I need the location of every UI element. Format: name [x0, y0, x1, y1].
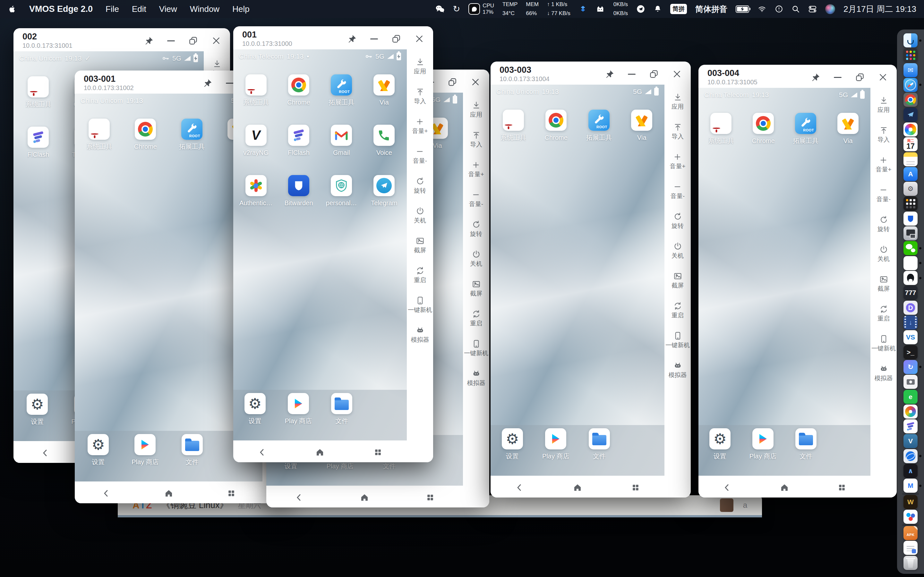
dock-terminal-icon[interactable]: >_: [903, 345, 918, 359]
minimize-icon[interactable]: [370, 39, 378, 39]
minimize-icon[interactable]: [628, 74, 636, 75]
dock-vscode-icon[interactable]: VS: [903, 330, 918, 344]
toolbar-emulator-icon[interactable]: 模拟器: [467, 369, 485, 387]
app-icon-sysfolder[interactable]: 系统工具: [700, 113, 742, 145]
toolbar-download-icon[interactable]: 应用: [414, 58, 426, 76]
toolbar-rotate-icon[interactable]: 旋转: [877, 215, 890, 234]
app-icon-files[interactable]: 文件: [320, 393, 363, 425]
nav-back-icon[interactable]: [722, 483, 732, 492]
app-icon-flclash[interactable]: FlClash: [277, 125, 320, 156]
android-screen[interactable]: China Telecom19:13 5G 系统工具ChromeROOT拓展工具…: [698, 88, 871, 498]
app-icon-voice[interactable]: Voice: [363, 125, 405, 156]
toolbar-volume-up-icon[interactable]: 音量+: [468, 161, 484, 179]
dock-flclash-icon[interactable]: [903, 419, 918, 434]
toolbar-rotate-icon[interactable]: 旋转: [672, 212, 684, 230]
nav-back-icon[interactable]: [40, 448, 50, 458]
app-icon-playstore[interactable]: Play 商店: [534, 428, 578, 460]
dock-qq-icon[interactable]: [903, 271, 918, 285]
mem-widget[interactable]: MEM66%: [526, 1, 539, 17]
toolbar-power-icon[interactable]: 关机: [470, 250, 482, 268]
dock-notes-icon[interactable]: [903, 152, 918, 166]
toolbar-restart-icon[interactable]: 重启: [672, 301, 684, 319]
dock-motrix-icon[interactable]: M: [903, 479, 918, 493]
vm-titlebar[interactable]: 003-003 10.0.0.173:31004: [491, 61, 691, 85]
vm-titlebar[interactable]: 001 10.0.0.173:31000: [233, 26, 433, 49]
toolbar-download-icon[interactable]: 应用: [672, 93, 684, 111]
dock-wechat-icon[interactable]: [903, 241, 918, 255]
dock-photos-icon[interactable]: [903, 122, 918, 137]
toolbar-new-device-icon[interactable]: 一键新机: [408, 296, 432, 314]
clash-cat-status-icon[interactable]: [596, 5, 605, 13]
close-icon[interactable]: [471, 77, 480, 87]
app-icon-files[interactable]: 文件: [169, 434, 216, 466]
input-method-name[interactable]: 简体拼音: [695, 4, 727, 15]
app-icon-pdnsf[interactable]: personal…: [320, 175, 363, 207]
toolbar-import-icon[interactable]: 导入: [414, 87, 426, 105]
app-icon-roottools[interactable]: ROOT拓展工具: [169, 119, 215, 150]
toolbar-emulator-icon[interactable]: 模拟器: [875, 364, 893, 382]
nav-recents-icon[interactable]: [631, 483, 640, 492]
menu-help[interactable]: Help: [232, 4, 249, 14]
app-icon-chrome[interactable]: Chrome: [535, 110, 578, 141]
toolbar-emulator-icon[interactable]: 模拟器: [411, 326, 429, 344]
refresh-status-icon[interactable]: ↻: [453, 5, 460, 13]
app-icon-via[interactable]: Via: [620, 110, 664, 141]
telegram-status-icon[interactable]: [636, 5, 645, 13]
toolbar-volume-up-icon[interactable]: 音量+: [670, 153, 685, 171]
control-center-icon[interactable]: [808, 5, 817, 13]
siri-icon[interactable]: [825, 4, 835, 14]
wifi-icon[interactable]: [758, 5, 766, 13]
toolbar-restart-icon[interactable]: 重启: [877, 305, 890, 323]
app-icon-settings[interactable]: ⚙设置: [75, 434, 121, 466]
menu-edit[interactable]: Edit: [132, 4, 146, 14]
dock-system-settings-icon[interactable]: ⚙: [903, 182, 918, 196]
toolbar-volume-up-icon[interactable]: 音量+: [876, 156, 891, 174]
vm-titlebar[interactable]: 002 10.0.0.173:31001: [13, 28, 230, 51]
update-status-icon[interactable]: [775, 5, 783, 13]
notification-bell-icon[interactable]: [654, 5, 662, 13]
toolbar-import-icon[interactable]: 导入: [470, 131, 482, 149]
app-icon-authenticator[interactable]: Authentic…: [234, 175, 277, 207]
menu-file[interactable]: File: [105, 4, 119, 14]
toolbar-new-device-icon[interactable]: 一键新机: [666, 332, 690, 350]
toolbar-volume-down-icon[interactable]: 音量-: [413, 147, 427, 165]
toolbar-download-icon[interactable]: 应用: [470, 101, 482, 119]
duplicate-icon[interactable]: [447, 77, 457, 87]
close-icon[interactable]: [878, 73, 888, 82]
duplicate-icon[interactable]: [188, 36, 198, 45]
app-icon-bitwarden[interactable]: Bitwarden: [277, 175, 320, 207]
toolbar-restart-icon[interactable]: 重启: [414, 266, 426, 284]
dock-netdisk-icon[interactable]: [903, 510, 918, 524]
duplicate-icon[interactable]: [649, 69, 659, 79]
toolbar-volume-down-icon[interactable]: 音量-: [469, 190, 483, 208]
wechat-status-icon[interactable]: [435, 5, 445, 13]
input-method-badge[interactable]: 简拼: [670, 4, 687, 14]
nav-back-icon[interactable]: [257, 448, 267, 457]
nav-home-icon[interactable]: [164, 488, 174, 498]
app-icon-playstore[interactable]: Play 商店: [741, 428, 784, 460]
pin-icon[interactable]: [347, 34, 357, 44]
app-icon-sysfolder[interactable]: 系统工具: [15, 76, 61, 108]
dock-telegram-desktop-icon[interactable]: [903, 108, 918, 122]
app-icon-playstore[interactable]: Play 商店: [121, 434, 168, 466]
app-icon-files[interactable]: 文件: [784, 428, 827, 460]
pin-icon[interactable]: [605, 69, 614, 79]
menu-window[interactable]: Window: [190, 4, 220, 14]
nav-back-icon[interactable]: [515, 483, 524, 492]
duplicate-icon[interactable]: [855, 73, 865, 82]
nav-recents-icon[interactable]: [837, 483, 846, 492]
app-icon-playstore[interactable]: Play 商店: [276, 393, 320, 425]
menubar-datetime[interactable]: 2月17日 周二 19:13: [843, 3, 916, 15]
app-icon-roottools[interactable]: ROOT拓展工具: [577, 110, 620, 141]
app-icon-gmail[interactable]: Gmail: [320, 125, 363, 156]
android-screen[interactable]: China Telecom19:13• 5G 系统工具ChromeROOT拓展工…: [233, 49, 407, 462]
close-icon[interactable]: [212, 36, 221, 45]
app-icon-telegram[interactable]: Telegram: [363, 175, 405, 207]
menubar-app-name[interactable]: VMOS Edge 2.0: [29, 4, 93, 14]
app-icon-settings[interactable]: ⚙设置: [233, 393, 276, 425]
toolbar-restart-icon[interactable]: 重启: [470, 309, 482, 327]
dock-chrome-icon[interactable]: [903, 93, 918, 107]
search-icon[interactable]: [792, 5, 800, 13]
close-icon[interactable]: [415, 34, 424, 44]
app-icon-via[interactable]: Via: [363, 74, 405, 106]
